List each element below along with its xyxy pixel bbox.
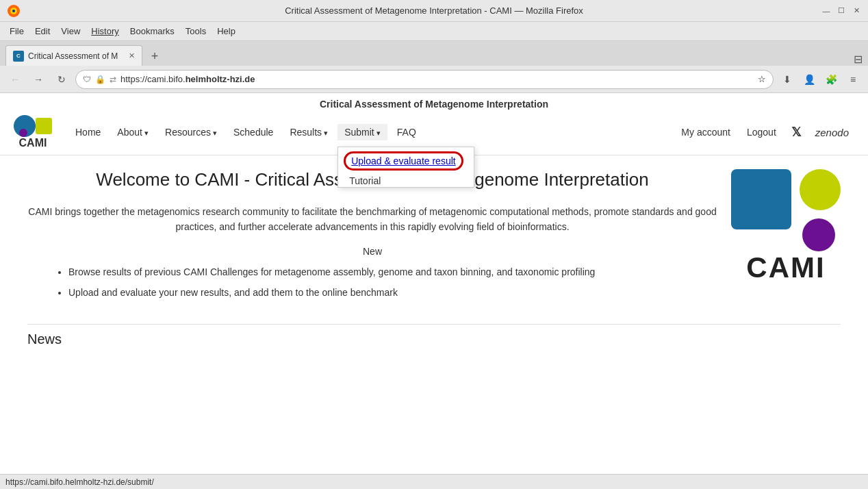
active-tab[interactable]: C Critical Assessment of M ✕ [5, 45, 142, 66]
menu-help[interactable]: Help [213, 25, 240, 38]
back-button[interactable]: ← [5, 70, 25, 89]
navbar: ← → ↻ 🛡 🔒 ⇄ https://cami.bifo.helmholtz-… [0, 66, 868, 93]
close-button[interactable]: ✕ [852, 6, 861, 16]
nav-submit[interactable]: Submit [337, 124, 387, 140]
nav-schedule[interactable]: Schedule [227, 124, 280, 140]
news-section: News [27, 324, 841, 347]
tab-favicon: C [13, 51, 24, 62]
news-title: News [27, 331, 841, 347]
url-display: https://cami.bifo.helmholtz-hzi.de [120, 74, 754, 84]
url-format-icon: ⇄ [110, 75, 116, 84]
list-item-2: Upload and evaluate your new results, an… [68, 283, 717, 302]
x-social-icon[interactable]: 𝕏 [786, 122, 807, 142]
tab-title: Critical Assessment of M [28, 51, 118, 61]
new-tab-button[interactable]: + [145, 47, 164, 66]
pocket-button[interactable]: ⬇ [778, 70, 797, 89]
browser-logo [7, 4, 21, 18]
statusbar: https://cami.bifo.helmholtz-hzi.de/submi… [0, 474, 868, 489]
site-header: Critical Assessment of Metagenome Interp… [0, 93, 868, 155]
big-purple-circle [802, 218, 835, 251]
titlebar: Critical Assessment of Metagenome Interp… [0, 0, 868, 22]
minimize-button[interactable]: — [821, 6, 831, 16]
logo-shapes [14, 115, 52, 137]
upload-highlight-circle: Upload & evaluate result [344, 151, 463, 171]
big-green-circle [800, 169, 841, 210]
nav-logout[interactable]: Logout [740, 124, 783, 140]
lock-icon: 🔒 [95, 75, 105, 84]
nav-home[interactable]: Home [68, 124, 107, 140]
nav-about[interactable]: About [110, 124, 155, 140]
maximize-button[interactable]: ☐ [837, 6, 846, 16]
security-icon: 🛡 [83, 75, 91, 84]
sidebar-toggle-button[interactable]: ⊟ [854, 53, 863, 66]
menu-tools[interactable]: Tools [181, 25, 210, 38]
menu-history[interactable]: History [87, 25, 123, 38]
logo-green-rect [36, 118, 52, 134]
nav-submit-container: Submit Upload & evaluate result Tutorial [337, 126, 387, 138]
svg-point-2 [12, 10, 15, 12]
big-logo-shapes [731, 169, 841, 251]
nav-right-icons: ⬇ 👤 🧩 ≡ [778, 70, 863, 89]
site-nav: CAMI Home About Resources Schedule Resul… [14, 115, 854, 149]
reload-button[interactable]: ↻ [52, 70, 71, 89]
new-badge: New [27, 246, 717, 257]
submit-dropdown-menu: Upload & evaluate result Tutorial [337, 147, 474, 188]
menu-edit[interactable]: Edit [31, 25, 54, 38]
nav-faq[interactable]: FAQ [390, 124, 423, 140]
nav-results[interactable]: Results [283, 124, 335, 140]
zenodo-link[interactable]: zenodo [810, 124, 854, 141]
tabbar: C Critical Assessment of M ✕ + ⊟ [0, 41, 868, 66]
nav-resources[interactable]: Resources [158, 124, 224, 140]
page-content: Critical Assessment of Metagenome Interp… [0, 93, 868, 474]
menubar: File Edit View History Bookmarks Tools H… [0, 22, 868, 41]
tab-close-button[interactable]: ✕ [129, 51, 135, 60]
menu-file[interactable]: File [5, 25, 28, 38]
main-description: CAMI brings together the metagenomics re… [27, 204, 717, 235]
star-button[interactable]: ☆ [758, 74, 766, 84]
content-area: Welcome to CAMI - Critical Assessment of… [27, 169, 841, 303]
url-domain: helmholtz-hzi.de [186, 74, 255, 84]
logo-purple-dot [19, 129, 27, 137]
window-title: Critical Assessment of Metagenome Interp… [285, 5, 583, 16]
cami-big-logo: CAMI [731, 169, 841, 284]
menu-bookmarks[interactable]: Bookmarks [126, 25, 179, 38]
list-item-1: Browse results of previous CAMI Challeng… [68, 262, 717, 281]
menu-view[interactable]: View [57, 25, 84, 38]
statusbar-url: https://cami.bifo.helmholtz-hzi.de/submi… [5, 477, 154, 487]
window-controls[interactable]: — ☐ ✕ [821, 6, 861, 16]
dropdown-upload-item[interactable]: Upload & evaluate result [351, 155, 456, 166]
account-button[interactable]: 👤 [800, 70, 819, 89]
big-blue-rect [731, 169, 791, 229]
feature-list: Browse results of previous CAMI Challeng… [68, 262, 717, 302]
forward-button[interactable]: → [29, 70, 48, 89]
menu-button[interactable]: ≡ [843, 70, 863, 89]
extensions-button[interactable]: 🧩 [821, 70, 841, 89]
big-cami-text: CAMI [746, 251, 825, 284]
site-header-title: Critical Assessment of Metagenome Interp… [14, 99, 854, 110]
dropdown-tutorial-item[interactable]: Tutorial [338, 170, 392, 192]
logo-text: CAMI [19, 137, 47, 149]
address-bar[interactable]: 🛡 🔒 ⇄ https://cami.bifo.helmholtz-hzi.de… [75, 70, 774, 89]
nav-my-account[interactable]: My account [674, 124, 737, 140]
site-logo[interactable]: CAMI [14, 115, 52, 149]
